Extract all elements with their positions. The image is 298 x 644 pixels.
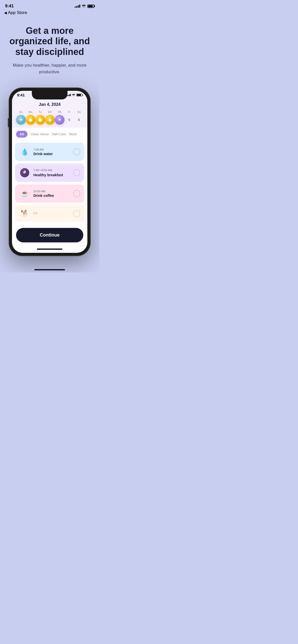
habit-name-drink-water: Drink water xyxy=(33,152,70,156)
habit-info-drink-water: 7:00 AM Drink water xyxy=(33,148,70,156)
gem-we: ◆ xyxy=(45,115,55,125)
habit-name-drink-coffee: Drink coffee xyxy=(33,194,70,198)
phone-frame: 9:41 xyxy=(9,88,90,256)
gem-star-su: ✦ xyxy=(19,117,23,123)
inner-battery-icon xyxy=(76,94,82,96)
hero-section: Get a more organized life, and stay disc… xyxy=(0,18,99,80)
habit-check-healthy-breakfast[interactable] xyxy=(73,169,80,176)
phone-screen: 9:41 xyxy=(12,91,87,253)
habit-time-walk-dog: 2:0 xyxy=(33,212,70,215)
day-cell-tu: Tu ◆ xyxy=(35,110,45,125)
habit-time-healthy-breakfast: 7:40〜8:00 AM xyxy=(33,168,70,172)
outer-home-indicator xyxy=(0,266,99,272)
day-badge-fr: 5 xyxy=(64,115,74,125)
continue-btn-container: Continue xyxy=(12,225,87,246)
day-cell-mo: Mo ◆ xyxy=(26,110,35,125)
day-cell-fr: Fr 5 xyxy=(64,110,74,125)
habit-check-walk-dog[interactable] xyxy=(73,210,80,217)
hero-subtitle: Make you healthier, happier, and more pr… xyxy=(8,62,92,75)
habit-check-drink-coffee[interactable] xyxy=(73,190,80,197)
tab-work[interactable]: Work xyxy=(69,132,77,136)
habit-info-healthy-breakfast: 7:40〜8:00 AM Healthy breakfast xyxy=(33,168,70,177)
tab-clean-home[interactable]: Clean Home xyxy=(31,132,49,136)
status-time: 9:41 xyxy=(5,4,14,9)
habit-info-walk-dog: 2:0 xyxy=(33,212,70,215)
habit-time-drink-water: 7:00 AM xyxy=(33,148,70,151)
day-label-fr: Fr xyxy=(68,110,71,113)
gem-tu: ◆ xyxy=(35,115,45,125)
status-bar: 9:41 xyxy=(0,0,99,10)
day-cell-we: We ◆ xyxy=(45,110,55,125)
app-store-label: App Store xyxy=(8,10,27,15)
inner-time: 9:41 xyxy=(17,93,25,97)
gem-star-th: ✦ xyxy=(58,117,62,123)
habit-card-healthy-breakfast[interactable]: 🍳 7:40〜8:00 AM Healthy breakfast xyxy=(15,164,84,182)
calendar-date: Jan 4, 2024 xyxy=(16,102,83,107)
habit-icon-drink-coffee: ☕ xyxy=(19,188,30,199)
habit-icon-healthy-breakfast: 🍳 xyxy=(19,167,30,178)
day-label-we: We xyxy=(48,110,52,113)
habit-time-drink-coffee: 10:00 AM xyxy=(33,190,70,193)
app-store-back[interactable]: ◀ App Store xyxy=(0,10,99,18)
inner-status-icons xyxy=(67,93,83,97)
habit-card-walk-dog[interactable]: 🐕 2:0 xyxy=(15,205,84,222)
outer-home-bar xyxy=(34,269,65,270)
status-icons xyxy=(75,4,94,8)
calendar-section: Jan 4, 2024 Su ✦ Mo ◆ xyxy=(12,98,87,128)
habit-icon-drink-water: 💧 xyxy=(19,146,30,157)
gem-su: ✦ xyxy=(16,115,26,125)
habit-info-drink-coffee: 10:00 AM Drink coffee xyxy=(33,190,70,198)
habit-card-drink-coffee[interactable]: ☕ 10:00 AM Drink coffee xyxy=(15,184,84,203)
day-cell-su: Su ✦ xyxy=(16,110,26,125)
habits-section: 💧 7:00 AM Drink water 🍳 7:40〜8:00 AM Hea… xyxy=(12,141,87,225)
wifi-icon xyxy=(82,4,86,8)
habit-card-drink-water[interactable]: 💧 7:00 AM Drink water xyxy=(15,143,84,161)
inner-home-indicator xyxy=(12,246,87,253)
gem-star-we: ◆ xyxy=(48,117,52,123)
phone-notch xyxy=(32,91,67,99)
back-arrow-icon: ◀ xyxy=(4,11,7,15)
tabs-section: All Clean Home Self-Care Work xyxy=(12,128,87,141)
home-bar xyxy=(37,248,62,250)
day-label-mo: Mo xyxy=(29,110,32,113)
habit-check-drink-water[interactable] xyxy=(73,148,80,155)
day-label-th: Th xyxy=(58,110,61,113)
day-label-tu: Tu xyxy=(39,110,42,113)
signal-icon xyxy=(75,5,80,8)
day-label-su: Su xyxy=(19,110,22,113)
hero-title: Get a more organized life, and stay disc… xyxy=(8,25,92,57)
tab-all[interactable]: All xyxy=(16,131,28,138)
continue-button[interactable]: Continue xyxy=(16,228,83,242)
gem-star-tu: ◆ xyxy=(38,117,42,123)
battery-icon xyxy=(87,5,94,8)
habit-icon-walk-dog: 🐕 xyxy=(19,208,30,219)
habit-name-healthy-breakfast: Healthy breakfast xyxy=(33,173,70,177)
gem-star-mo: ◆ xyxy=(29,117,32,123)
tab-self-care[interactable]: Self-Care xyxy=(52,132,66,136)
gem-mo: ◆ xyxy=(26,115,35,125)
phone-mockup-container: 9:41 xyxy=(0,80,99,266)
day-badge-sa: 6 xyxy=(74,115,84,125)
day-cell-th: Th ✦ xyxy=(55,110,64,125)
day-cell-sa: Sa 6 xyxy=(74,110,84,125)
day-label-sa: Sa xyxy=(77,110,80,113)
inner-wifi-icon xyxy=(72,93,75,97)
gem-th: ✦ xyxy=(55,115,64,125)
week-row: Su ✦ Mo ◆ Tu xyxy=(16,110,83,125)
